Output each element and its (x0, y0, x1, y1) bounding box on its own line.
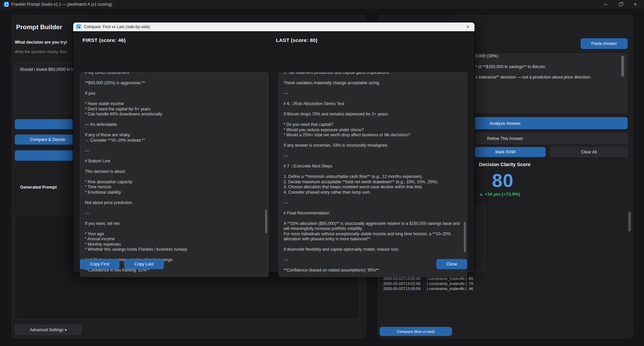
mark-raw-label: Mark RAW (495, 150, 515, 154)
answer-fragment-2: * of **$150,000 in savings** to Bitcoin. (475, 64, 546, 69)
refine-answer-label: Refine This Answer (487, 136, 523, 141)
close-icon: ✕ (634, 2, 637, 7)
app-icon (4, 2, 9, 7)
maximize-icon (619, 3, 622, 6)
maximize-button[interactable] (614, 0, 626, 9)
question-label: What decision are you tryi (15, 40, 67, 45)
modal-close-button[interactable]: Close (436, 259, 467, 269)
clear-all-button[interactable]: Clear All (550, 147, 628, 157)
compare-modal: Compare: First vs Last (side-by-side) ✕ … (73, 22, 475, 273)
analyze-answer-label: Analyze Answer (490, 121, 521, 126)
first-pane-box[interactable]: # My Direct Assessment **$50,000 (33%) i… (80, 72, 268, 277)
paste-answer-label: Paste Answer (591, 41, 617, 46)
compare-first-last-label: Compare (first vs last) (397, 330, 435, 334)
decision-clarity-score-label: Decision Clarity Score (479, 162, 531, 167)
first-pane-scrollbar-thumb[interactable] (265, 210, 267, 233)
modal-close-button-label: Close (446, 262, 457, 266)
compare-decide-label: Compare & Decide (30, 137, 65, 142)
question-hint: Write the question clearly. Kee (15, 50, 67, 54)
modal-close-icon: ✕ (466, 24, 469, 29)
compare-modal-title: Compare: First vs Last (side-by-side) (84, 24, 150, 29)
first-pane-heading: FIRST (score: 46) (83, 37, 126, 43)
answer-fragment-3: n tolerance** decision — not a predictio… (475, 75, 591, 80)
clear-all-label: Clear All (581, 150, 597, 154)
compare-decide-button[interactable]: Compare & Decide (15, 135, 81, 145)
last-pane-scrollbar-thumb[interactable] (464, 222, 466, 252)
answer-fragment-1: 0,000 (33%) (475, 54, 498, 58)
mark-raw-button[interactable]: Mark RAW (465, 147, 546, 157)
copy-first-label: Copy First (90, 262, 109, 266)
compare-modal-titlebar: Compare: First vs Last (side-by-side) ✕ (73, 22, 475, 31)
copy-first-button[interactable]: Copy First (80, 259, 119, 269)
modal-app-icon (77, 24, 81, 29)
last-pane-box[interactable]: 5. Tax treatment jurisdiction and capita… (279, 72, 467, 277)
window-title: Franklin Prompt Studio v1.1 — pixelmatch… (11, 2, 112, 7)
answer-scrollbar-thumb[interactable] (621, 56, 624, 77)
compare-first-last-button[interactable]: Compare (first vs last) (380, 327, 452, 336)
decision-clarity-score-value: 80 (492, 169, 513, 191)
last-pane-text: 5. Tax treatment jurisdiction and capita… (284, 72, 461, 273)
generated-prompt-label: Generated Prompt (20, 185, 57, 190)
advanced-settings-button[interactable]: Advanced Settings ▾ (15, 325, 82, 335)
advanced-settings-label: Advanced Settings ▾ (30, 328, 66, 332)
question-value: Should i invest $50,0000 in b (20, 67, 74, 72)
page-title: Prompt Builder (16, 23, 62, 31)
copy-last-label: Copy Last (135, 262, 153, 266)
minimize-button[interactable] (600, 0, 611, 9)
last-pane-heading: LAST (score: 80) (276, 37, 317, 43)
modal-close-x-button[interactable]: ✕ (464, 24, 471, 30)
window-titlebar: Franklin Prompt Studio v1.1 — pixelmatch… (0, 0, 644, 9)
close-window-button[interactable]: ✕ (630, 0, 641, 9)
panel-scrollbar-thumb[interactable] (628, 211, 631, 232)
score-delta: ▲ +34 pts (+73.9%) (479, 192, 520, 197)
first-pane-text: # My Direct Assessment **$50,000 (33%) i… (85, 72, 263, 273)
copy-last-button[interactable]: Copy Last (124, 259, 164, 269)
minimize-icon (604, 4, 607, 5)
paste-answer-button[interactable]: Paste Answer (581, 38, 628, 49)
